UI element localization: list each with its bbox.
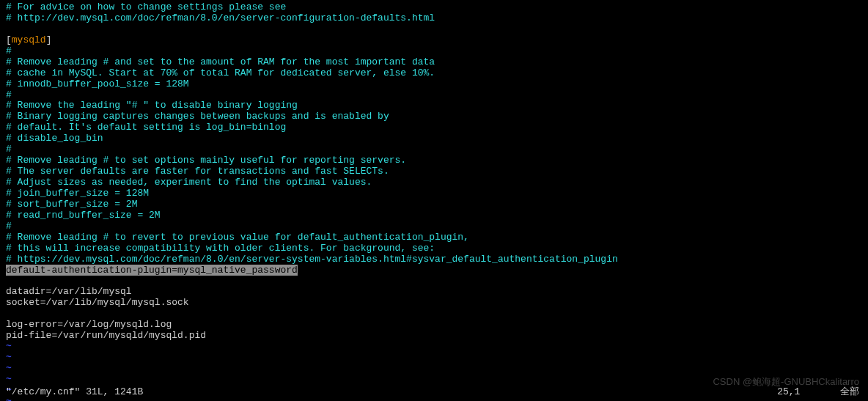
vim-status-right: 25,1 全部	[777, 387, 859, 398]
editor-line[interactable]: # join_buffer_size = 128M	[6, 188, 862, 199]
editor-line[interactable]: # default. It's default setting is log_b…	[6, 122, 862, 133]
editor-line[interactable]	[6, 309, 862, 320]
editor-line[interactable]	[6, 24, 862, 35]
editor-line[interactable]	[6, 276, 862, 287]
editor-line[interactable]: # The server defaults are faster for tra…	[6, 166, 862, 177]
editor-line[interactable]: # Binary logging captures changes betwee…	[6, 111, 862, 122]
editor-line[interactable]: # Remove the leading "# " to disable bin…	[6, 100, 862, 111]
vim-empty-line-tilde: ~	[6, 353, 862, 364]
editor-line[interactable]: [mysqld]	[6, 35, 862, 46]
editor-line[interactable]: #	[6, 144, 862, 155]
editor-line[interactable]: # disable_log_bin	[6, 133, 862, 144]
editor-line[interactable]: #	[6, 221, 862, 232]
editor-line[interactable]: # Adjust sizes as needed, experiment to …	[6, 177, 862, 188]
vim-status-line: "/etc/my.cnf" 31L, 1241B	[6, 387, 143, 398]
editor-line[interactable]: # For advice on how to change settings p…	[6, 2, 862, 13]
vim-empty-line-tilde: ~	[6, 342, 862, 353]
editor-line[interactable]: pid-file=/var/run/mysqld/mysqld.pid	[6, 331, 862, 342]
editor-line[interactable]: log-error=/var/log/mysqld.log	[6, 320, 862, 331]
editor-line[interactable]: # http://dev.mysql.com/doc/refman/8.0/en…	[6, 13, 862, 24]
editor-line[interactable]: # sort_buffer_size = 2M	[6, 199, 862, 210]
editor-line[interactable]: #	[6, 46, 862, 57]
editor-line[interactable]: # read_rnd_buffer_size = 2M	[6, 210, 862, 221]
editor-line[interactable]: socket=/var/lib/mysql/mysql.sock	[6, 298, 862, 309]
editor-line[interactable]: # Remove leading # to set options mainly…	[6, 155, 862, 166]
watermark-text: CSDN @鲍海超-GNUBHCkalitarro	[713, 377, 859, 388]
editor-line[interactable]: datadir=/var/lib/mysql	[6, 287, 862, 298]
editor-line[interactable]: default-authentication-plugin=mysql_nati…	[6, 265, 862, 276]
vim-empty-line-tilde: ~	[6, 364, 862, 375]
editor-line[interactable]: # Remove leading # to revert to previous…	[6, 232, 862, 243]
editor-line[interactable]: #	[6, 90, 862, 101]
terminal-editor-content[interactable]: # For advice on how to change settings p…	[6, 2, 862, 401]
editor-line[interactable]: # https://dev.mysql.com/doc/refman/8.0/e…	[6, 254, 862, 265]
editor-line[interactable]: # Remove leading # and set to the amount…	[6, 57, 862, 68]
highlighted-config-line: default-authentication-plugin=mysql_nati…	[6, 265, 298, 276]
editor-line[interactable]: # this will increase compatibility with …	[6, 243, 862, 254]
editor-line[interactable]: # cache in MySQL. Start at 70% of total …	[6, 68, 862, 79]
editor-line[interactable]: # innodb_buffer_pool_size = 128M	[6, 79, 862, 90]
